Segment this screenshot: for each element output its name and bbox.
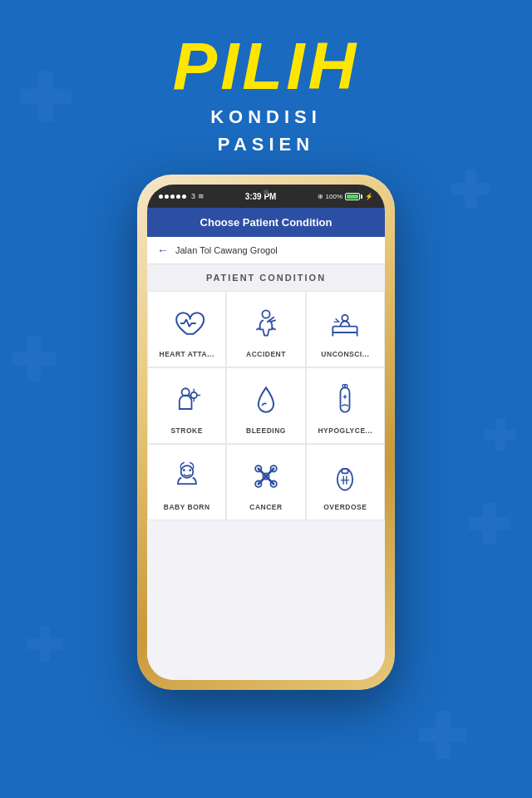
baby-born-icon	[167, 456, 207, 496]
condition-hypoglycemia[interactable]: HYPOGLYCE...	[306, 367, 385, 444]
heart-attack-icon	[167, 303, 207, 343]
network-icon: 3 ≋	[191, 192, 204, 200]
hero-title: PILIH	[0, 33, 532, 100]
condition-overdose[interactable]: OVERDOSE	[306, 444, 385, 520]
phone-frame: 3 ≋ 3:39 PM ⊕ 100% ⚡	[137, 175, 395, 690]
condition-bleeding[interactable]: BLEEDING	[226, 367, 305, 444]
svg-point-0	[262, 310, 269, 318]
conditions-grid: HEART ATTA...	[147, 291, 385, 520]
svg-line-2	[270, 320, 275, 322]
phone-mockup: 3 ≋ 3:39 PM ⊕ 100% ⚡	[0, 175, 532, 690]
phone-screen: 3 ≋ 3:39 PM ⊕ 100% ⚡	[147, 185, 385, 680]
app-content: Choose Patient Condition ← Jalan Tol Caw…	[147, 208, 385, 680]
back-button[interactable]: ←	[157, 244, 169, 257]
baby-born-label: BABY BORN	[164, 503, 210, 511]
accident-icon	[246, 303, 286, 343]
accident-label: ACCIDENT	[246, 350, 286, 358]
app-header: Choose Patient Condition	[147, 208, 385, 237]
condition-unconscious[interactable]: UNCONSCI...	[306, 291, 385, 367]
status-left: 3 ≋	[159, 192, 204, 200]
svg-rect-31	[342, 469, 348, 474]
app-header-title: Choose Patient Condition	[160, 216, 372, 229]
condition-stroke[interactable]: STROKE	[147, 367, 226, 444]
battery-percent: 100%	[326, 193, 342, 200]
condition-heart-attack[interactable]: HEART ATTA...	[147, 291, 226, 367]
svg-point-22	[189, 469, 191, 471]
hypoglycemia-icon	[325, 380, 365, 420]
svg-point-6	[342, 315, 348, 321]
bleeding-icon	[246, 380, 286, 420]
stroke-label: STROKE	[170, 426, 202, 435]
hero-subtitle: KONDISI PASIEN	[0, 103, 532, 158]
charging-icon: ⚡	[365, 193, 373, 200]
stroke-icon	[167, 380, 207, 420]
svg-point-10	[190, 392, 196, 398]
status-time: 3:39 PM	[245, 192, 277, 201]
location-bar[interactable]: ← Jalan Tol Cawang Grogol	[147, 237, 385, 264]
hero-section: PILIH KONDISI PASIEN	[0, 0, 532, 158]
unconscious-icon	[325, 303, 365, 343]
status-bar: 3 ≋ 3:39 PM ⊕ 100% ⚡	[147, 185, 385, 208]
hero-subtitle-line1: KONDISI	[210, 106, 322, 127]
heart-attack-label: HEART ATTA...	[160, 350, 214, 358]
svg-rect-3	[333, 327, 357, 332]
location-text: Jalan Tol Cawang Grogol	[175, 245, 278, 255]
bleeding-label: BLEEDING	[246, 426, 286, 435]
svg-point-21	[183, 469, 185, 471]
condition-cancer[interactable]: CANCER	[226, 444, 305, 520]
signal-dots	[159, 195, 186, 199]
svg-rect-15	[341, 387, 350, 411]
overdose-label: OVERDOSE	[323, 503, 367, 511]
battery-indicator	[345, 193, 362, 200]
condition-baby-born[interactable]: BABY BORN	[147, 444, 226, 520]
overdose-icon	[325, 456, 365, 496]
svg-point-30	[337, 469, 352, 490]
cancer-label: CANCER	[249, 503, 282, 511]
status-right: ⊕ 100% ⚡	[318, 193, 373, 200]
condition-accident[interactable]: ACCIDENT	[226, 291, 305, 367]
section-title: PATIENT CONDITION	[155, 273, 377, 283]
unconscious-label: UNCONSCI...	[321, 350, 369, 358]
location-icon: ⊕	[318, 193, 323, 200]
cancer-icon	[246, 456, 286, 496]
hero-subtitle-line2: PASIEN	[218, 134, 314, 155]
section-title-bar: PATIENT CONDITION	[147, 264, 385, 291]
hypoglycemia-label: HYPOGLYCE...	[318, 426, 372, 435]
camera-dot	[264, 190, 268, 195]
